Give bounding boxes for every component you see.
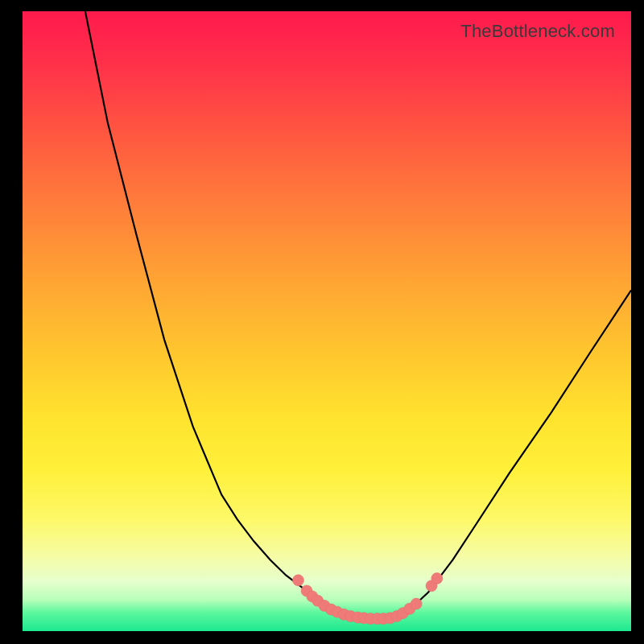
curve-layer (85, 11, 631, 619)
watermark-text: TheBottleneck.com (460, 21, 615, 42)
basin-marker (431, 573, 443, 584)
plot-area: TheBottleneck.com (23, 11, 631, 631)
chart-svg (23, 11, 631, 631)
marker-layer (292, 573, 442, 625)
basin-marker (292, 575, 303, 586)
curve-left-curve (85, 11, 380, 619)
curve-right-curve (380, 291, 631, 619)
basin-marker (411, 598, 422, 609)
chart-frame: TheBottleneck.com (0, 0, 644, 644)
